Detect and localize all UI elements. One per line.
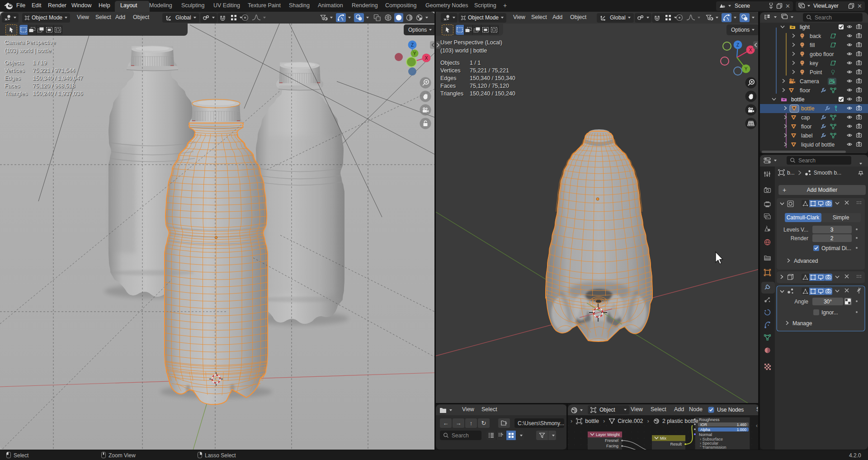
svg-text:Angle: Angle [794, 299, 808, 305]
svg-text:(103) world | bottle: (103) world | bottle [440, 47, 487, 54]
svg-text:(103) world | bottle: (103) world | bottle [5, 47, 51, 54]
svg-text:Advanced: Advanced [794, 258, 818, 264]
svg-text:label: label [801, 133, 812, 139]
svg-text:floor: floor [800, 87, 810, 94]
svg-text:Layer Weight: Layer Weight [596, 432, 620, 437]
svg-text:Fresnel: Fresnel [605, 438, 618, 443]
svg-text:Triangles: Triangles [5, 90, 28, 97]
svg-text:X: X [749, 47, 752, 52]
svg-text:light: light [800, 24, 810, 30]
svg-text:Objects: Objects [440, 60, 459, 66]
svg-text:3: 3 [830, 227, 834, 233]
svg-text:Render: Render [791, 235, 808, 242]
svg-text:Triangles: Triangles [440, 90, 463, 97]
svg-text:fill: fill [810, 42, 815, 48]
svg-text:Manage: Manage [793, 320, 812, 327]
svg-text:Camera: Camera [800, 78, 819, 85]
svg-text:150,340 / 150,340: 150,340 / 150,340 [470, 75, 515, 81]
svg-text:X: X [425, 56, 428, 61]
svg-text:Vertices: Vertices [440, 67, 460, 74]
svg-text:1 / 1: 1 / 1 [470, 60, 481, 66]
svg-text:Y: Y [745, 66, 748, 71]
svg-text:bottle: bottle [801, 105, 815, 112]
svg-text:cap: cap [801, 114, 810, 121]
svg-text:Vertices: Vertices [5, 67, 24, 74]
svg-text:Mix: Mix [660, 436, 666, 441]
svg-text:Facing: Facing [606, 444, 618, 448]
svg-text:Result: Result [670, 442, 682, 446]
svg-text:back: back [810, 33, 821, 39]
svg-text:Ignor...: Ignor... [821, 309, 838, 316]
svg-text:75,120 / 75,120: 75,120 / 75,120 [470, 83, 509, 89]
svg-text:Objects: Objects [5, 60, 24, 66]
svg-text:75,221 / 75,221: 75,221 / 75,221 [470, 67, 509, 74]
svg-text:liquid of bottle: liquid of bottle [801, 142, 835, 148]
svg-text:User Perspective (Local): User Perspective (Local) [440, 39, 502, 46]
svg-text:floor: floor [801, 123, 811, 130]
svg-text:Z: Z [411, 43, 414, 47]
svg-text:150,240 / 1,937,036: 150,240 / 1,937,036 [33, 90, 83, 97]
svg-text:Simple: Simple [833, 214, 849, 221]
svg-text:Levels V...: Levels V... [783, 227, 808, 233]
svg-text:2: 2 [830, 235, 834, 242]
svg-text:gobo floor: gobo floor [810, 51, 834, 57]
svg-text:Edges: Edges [5, 75, 20, 81]
svg-text:Y: Y [413, 51, 416, 56]
svg-text:Point: Point [810, 69, 822, 76]
svg-text:1 / 19: 1 / 19 [33, 60, 47, 66]
svg-text:bottle: bottle [791, 96, 805, 103]
svg-text:Edges: Edges [440, 75, 456, 81]
svg-text:Optimal Di...: Optimal Di... [821, 245, 851, 251]
svg-text:150,240 / 150,240: 150,240 / 150,240 [470, 90, 515, 97]
svg-text:Z: Z [736, 43, 739, 47]
svg-text:150,340 / 1,940,047: 150,340 / 1,940,047 [33, 75, 83, 81]
svg-text:key: key [810, 60, 818, 66]
svg-text:Faces: Faces [440, 83, 456, 89]
svg-text:Catmull-Clark: Catmull-Clark [787, 214, 820, 221]
svg-text:Faces: Faces [5, 83, 20, 89]
svg-text:Camera Perspective: Camera Perspective [5, 39, 56, 46]
svg-text:75,120 / 968,518: 75,120 / 968,518 [33, 83, 75, 89]
svg-text:75,221 / 971,544: 75,221 / 971,544 [33, 67, 75, 74]
svg-text:30°: 30° [824, 299, 832, 305]
